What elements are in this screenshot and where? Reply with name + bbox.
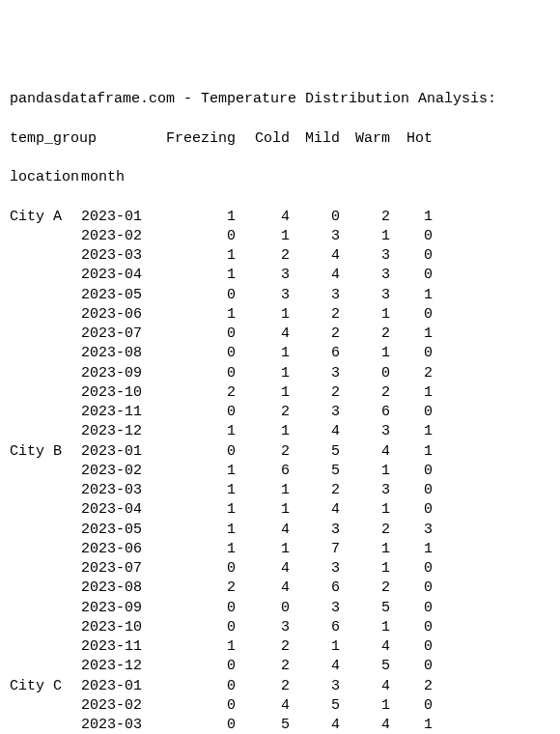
value-cell-hot: 0 bbox=[396, 559, 433, 579]
table-row: 2023-0201310 bbox=[10, 227, 550, 246]
index-header-row: locationmonth bbox=[10, 168, 550, 187]
value-cell-hot: 0 bbox=[396, 599, 433, 618]
column-header-row: temp_groupFreezingColdMildWarmHot bbox=[10, 129, 550, 149]
month-cell: 2023-03 bbox=[81, 246, 164, 266]
month-cell: 2023-06 bbox=[81, 305, 164, 325]
month-cell: 2023-11 bbox=[81, 637, 164, 657]
value-cell-hot: 0 bbox=[396, 618, 433, 637]
value-cell-warm: 1 bbox=[346, 540, 396, 559]
value-cell-hot: 0 bbox=[396, 227, 433, 246]
value-cell-warm: 1 bbox=[346, 696, 396, 716]
value-cell-mild: 4 bbox=[295, 266, 346, 285]
value-cell-warm: 5 bbox=[346, 599, 396, 618]
table-row: City B2023-0102541 bbox=[10, 442, 550, 462]
value-cell-warm: 3 bbox=[346, 286, 396, 305]
value-cell-cold: 1 bbox=[245, 305, 295, 325]
value-cell-cold: 6 bbox=[245, 462, 295, 481]
value-cell-freezing: 0 bbox=[164, 618, 245, 637]
value-cell-freezing: 0 bbox=[164, 599, 245, 618]
value-cell-freezing: 0 bbox=[164, 286, 245, 305]
value-cell-mild: 4 bbox=[295, 657, 346, 676]
table-row: 2023-0611210 bbox=[10, 305, 550, 325]
table-row: 2023-0801610 bbox=[10, 344, 550, 363]
value-cell-freezing: 1 bbox=[164, 462, 245, 481]
month-cell: 2023-07 bbox=[81, 559, 164, 579]
value-cell-hot: 1 bbox=[396, 716, 433, 734]
table-row: 2023-0312430 bbox=[10, 246, 550, 266]
value-cell-hot: 0 bbox=[396, 403, 433, 422]
location-cell: City C bbox=[10, 677, 81, 696]
value-cell-cold: 2 bbox=[245, 403, 295, 422]
value-cell-cold: 3 bbox=[245, 618, 295, 637]
value-cell-freezing: 0 bbox=[164, 403, 245, 422]
value-cell-cold: 1 bbox=[245, 540, 295, 559]
value-cell-cold: 2 bbox=[245, 657, 295, 676]
value-cell-mild: 4 bbox=[295, 422, 346, 441]
value-cell-freezing: 1 bbox=[164, 422, 245, 441]
table-row: 2023-0514323 bbox=[10, 521, 550, 540]
value-cell-freezing: 0 bbox=[164, 442, 245, 462]
value-cell-freezing: 0 bbox=[164, 657, 245, 676]
value-cell-freezing: 1 bbox=[164, 521, 245, 540]
value-cell-hot: 1 bbox=[396, 540, 433, 559]
value-cell-warm: 4 bbox=[346, 677, 396, 696]
value-cell-cold: 5 bbox=[245, 716, 295, 734]
value-cell-freezing: 1 bbox=[164, 637, 245, 657]
month-cell: 2023-08 bbox=[81, 579, 164, 598]
table-row: 2023-0411410 bbox=[10, 500, 550, 520]
value-cell-warm: 4 bbox=[346, 716, 396, 734]
value-cell-hot: 2 bbox=[396, 364, 433, 383]
value-cell-mild: 3 bbox=[295, 559, 346, 579]
temp-group-label: temp_group bbox=[10, 129, 164, 149]
location-cell: City A bbox=[10, 208, 81, 227]
month-cell: 2023-09 bbox=[81, 599, 164, 618]
value-cell-cold: 4 bbox=[245, 696, 295, 716]
month-cell: 2023-02 bbox=[81, 462, 164, 481]
month-cell: 2023-08 bbox=[81, 344, 164, 363]
value-cell-cold: 3 bbox=[245, 286, 295, 305]
value-cell-cold: 4 bbox=[245, 521, 295, 540]
value-cell-warm: 1 bbox=[346, 462, 396, 481]
value-cell-warm: 1 bbox=[346, 227, 396, 246]
value-cell-freezing: 1 bbox=[164, 540, 245, 559]
value-cell-freezing: 1 bbox=[164, 246, 245, 266]
value-cell-hot: 0 bbox=[396, 344, 433, 363]
value-cell-freezing: 0 bbox=[164, 227, 245, 246]
value-cell-hot: 1 bbox=[396, 422, 433, 441]
value-cell-cold: 1 bbox=[245, 344, 295, 363]
value-cell-mild: 2 bbox=[295, 325, 346, 344]
value-cell-hot: 2 bbox=[396, 677, 433, 696]
value-cell-cold: 0 bbox=[245, 599, 295, 618]
table-row: 2023-0824620 bbox=[10, 579, 550, 598]
value-cell-freezing: 2 bbox=[164, 383, 245, 403]
value-cell-warm: 2 bbox=[346, 208, 396, 227]
table-row: 2023-0901302 bbox=[10, 364, 550, 383]
value-cell-cold: 4 bbox=[245, 559, 295, 579]
value-cell-mild: 4 bbox=[295, 500, 346, 520]
value-cell-warm: 3 bbox=[346, 422, 396, 441]
value-cell-cold: 2 bbox=[245, 246, 295, 266]
value-cell-cold: 2 bbox=[245, 677, 295, 696]
value-cell-mild: 6 bbox=[295, 579, 346, 598]
col-hot: Hot bbox=[396, 129, 433, 149]
col-freezing: Freezing bbox=[164, 129, 245, 149]
value-cell-freezing: 0 bbox=[164, 696, 245, 716]
month-cell: 2023-10 bbox=[81, 383, 164, 403]
col-mild: Mild bbox=[295, 129, 346, 149]
value-cell-hot: 0 bbox=[396, 657, 433, 676]
value-cell-freezing: 1 bbox=[164, 481, 245, 500]
month-cell: 2023-03 bbox=[81, 716, 164, 734]
value-cell-hot: 0 bbox=[396, 481, 433, 500]
month-cell: 2023-07 bbox=[81, 325, 164, 344]
value-cell-mild: 5 bbox=[295, 442, 346, 462]
value-cell-hot: 1 bbox=[396, 208, 433, 227]
value-cell-freezing: 2 bbox=[164, 579, 245, 598]
value-cell-cold: 1 bbox=[245, 227, 295, 246]
table-row: 2023-1112140 bbox=[10, 637, 550, 657]
value-cell-cold: 2 bbox=[245, 637, 295, 657]
value-cell-mild: 1 bbox=[295, 637, 346, 657]
index-month-label: month bbox=[81, 169, 125, 185]
value-cell-mild: 3 bbox=[295, 403, 346, 422]
month-cell: 2023-10 bbox=[81, 618, 164, 637]
value-cell-hot: 1 bbox=[396, 383, 433, 403]
